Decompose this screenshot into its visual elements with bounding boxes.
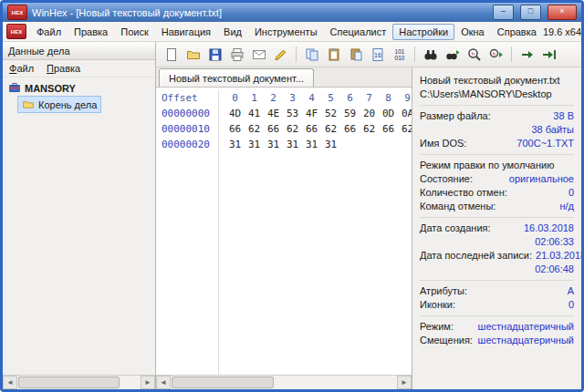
menu-item-9[interactable]: Справка xyxy=(491,24,543,40)
hex-column-header: 4 xyxy=(302,90,321,106)
titlebar[interactable]: HEX WinHex - [Новый текстовый документ.t… xyxy=(3,3,581,22)
document-tab[interactable]: Новый текстовый документ... xyxy=(159,68,314,87)
minimize-button[interactable]: – xyxy=(493,5,514,20)
find-hex-button[interactable]: h xyxy=(464,45,485,64)
detail-text-row: C:\Users\MANSORY\Desktop xyxy=(420,88,574,101)
tree-item-0[interactable]: MANSORY xyxy=(5,80,79,96)
hex-byte-cell[interactable]: 31 xyxy=(302,137,321,152)
scroll-left-icon[interactable]: ◄ xyxy=(3,376,17,389)
hex-byte-cell[interactable]: 4F xyxy=(302,106,321,121)
menu-item-5[interactable]: Инструменты xyxy=(248,24,324,40)
scroll-right-icon[interactable]: ► xyxy=(141,376,155,389)
hex-byte-cell[interactable]: 31 xyxy=(264,137,283,152)
detail-row: Атрибуты:A xyxy=(420,284,574,298)
menu-item-7[interactable]: Настройки xyxy=(392,24,454,40)
find-hex-next-button[interactable]: h xyxy=(485,45,506,64)
detail-label: Имя DOS: xyxy=(420,137,466,150)
detail-row: Дата создания:16.03.2018 xyxy=(420,222,574,235)
mail-button[interactable] xyxy=(248,45,269,64)
hex-byte-cell[interactable]: 52 xyxy=(321,106,340,121)
hex-byte-cell[interactable]: 20 xyxy=(360,106,379,121)
svg-text:16: 16 xyxy=(374,52,381,58)
copy-hex-values-button[interactable]: 16 xyxy=(367,45,388,64)
hex-byte-cell[interactable]: 4D xyxy=(225,106,245,121)
hex-byte-group: 4D414E534F5259200D0A xyxy=(218,106,412,121)
print-button[interactable] xyxy=(226,45,247,64)
hex-byte-cell[interactable]: 59 xyxy=(340,106,360,121)
close-button[interactable]: × xyxy=(548,5,577,20)
go-to-offset-button[interactable] xyxy=(516,45,537,64)
tab-row: Новый текстовый документ... xyxy=(156,67,412,88)
case-panel-menu-item-1[interactable]: Правка xyxy=(47,63,80,74)
file-details-panel: Новый текстовый документ.txtC:\Users\MAN… xyxy=(412,67,581,389)
hex-byte-cell[interactable]: 0A xyxy=(398,106,412,121)
find-text-button[interactable] xyxy=(420,45,441,64)
new-file-button[interactable] xyxy=(161,45,182,64)
tree-item-1[interactable]: Корень дела xyxy=(17,96,101,113)
detail-value: 0 xyxy=(568,186,574,200)
document-hex-icon: HEX xyxy=(6,24,26,39)
edit-mode-button[interactable] xyxy=(270,45,291,64)
mail-icon xyxy=(252,47,266,62)
open-file-button[interactable] xyxy=(182,45,203,64)
hex-filler xyxy=(162,152,412,375)
scroll-thumb[interactable] xyxy=(172,377,274,388)
hex-byte-cell[interactable]: 66 xyxy=(264,121,283,137)
hex-byte-cell[interactable]: 62 xyxy=(398,121,412,137)
hex-byte-cell[interactable]: 66 xyxy=(302,121,321,137)
window-title: WinHex - [Новый текстовый документ.txt] xyxy=(32,7,486,18)
scroll-thumb[interactable] xyxy=(18,377,120,388)
hex-byte-cell[interactable]: 62 xyxy=(360,121,379,137)
menu-item-2[interactable]: Поиск xyxy=(114,24,154,40)
detail-group-2: Режим правки по умолчаниюСостояние:ориги… xyxy=(420,155,574,218)
hex-byte-cell[interactable]: 62 xyxy=(283,121,302,137)
hex-byte-cell[interactable]: 0D xyxy=(379,106,398,121)
case-panel-menu-item-0[interactable]: Файл xyxy=(9,63,34,74)
paste-button[interactable] xyxy=(323,45,344,64)
scroll-track[interactable] xyxy=(17,376,141,389)
detail-row: Команд отмены:н/д xyxy=(420,200,574,213)
edit-icon xyxy=(274,47,288,62)
paste-into-new-file-button[interactable] xyxy=(345,45,366,64)
find-hex-icon: h xyxy=(467,47,482,62)
detail-label: Дата создания: xyxy=(420,222,491,235)
detail-value: 38 байты xyxy=(531,123,574,137)
hex-byte-cell[interactable]: 31 xyxy=(245,137,264,152)
menubar: HEX ФайлПравкаПоискНавигацияВидИнструмен… xyxy=(3,22,581,42)
scroll-track[interactable] xyxy=(171,376,397,389)
copy-button[interactable] xyxy=(301,45,322,64)
menu-item-4[interactable]: Вид xyxy=(217,24,248,40)
scroll-right-icon[interactable]: ► xyxy=(397,376,412,389)
menu-item-6[interactable]: Специалист xyxy=(324,24,393,40)
hex-byte-cell[interactable]: 53 xyxy=(283,106,302,121)
hex-byte-cell[interactable]: 31 xyxy=(283,137,302,152)
hex-byte-cell[interactable]: 66 xyxy=(340,121,360,137)
hex-column-header: 7 xyxy=(360,90,379,106)
hex-byte-cell[interactable]: 41 xyxy=(245,106,264,121)
case-panel-scrollbar[interactable]: ◄ ► xyxy=(3,375,155,389)
binary-view-button[interactable]: 101010 xyxy=(389,45,410,64)
find-next-button[interactable] xyxy=(442,45,463,64)
detail-label: Количество отмен: xyxy=(420,186,507,200)
save-button[interactable] xyxy=(204,45,225,64)
menu-item-1[interactable]: Правка xyxy=(68,24,114,40)
scroll-left-icon[interactable]: ◄ xyxy=(156,376,171,389)
menu-item-3[interactable]: Навигация xyxy=(155,24,217,40)
go-to-end-button[interactable] xyxy=(538,45,559,64)
maximize-button[interactable]: □ xyxy=(520,5,541,20)
hex-byte-cell[interactable]: 66 xyxy=(379,121,398,137)
detail-label: Атрибуты: xyxy=(420,284,467,298)
hex-byte-cell[interactable]: 62 xyxy=(245,121,264,137)
detail-row: Имя DOS:700C~1.TXT xyxy=(420,137,574,150)
case-data-panel: Данные дела ФайлПравка MANSORYКорень дел… xyxy=(3,42,156,389)
hex-byte-cell[interactable]: 62 xyxy=(321,121,340,137)
hex-byte-cell[interactable]: 66 xyxy=(225,121,245,137)
hex-byte-cell[interactable]: 4E xyxy=(264,106,283,121)
hex-byte-cell[interactable]: 31 xyxy=(225,137,245,152)
hex-row: 000000004D414E534F5259200D0A xyxy=(162,106,412,121)
hex-scrollbar[interactable]: ◄ ► xyxy=(156,375,412,389)
hex-byte-cell[interactable]: 31 xyxy=(321,137,340,152)
menu-item-8[interactable]: Окна xyxy=(454,24,491,40)
menu-item-0[interactable]: Файл xyxy=(30,24,68,40)
detail-value: 700C~1.TXT xyxy=(516,137,574,150)
